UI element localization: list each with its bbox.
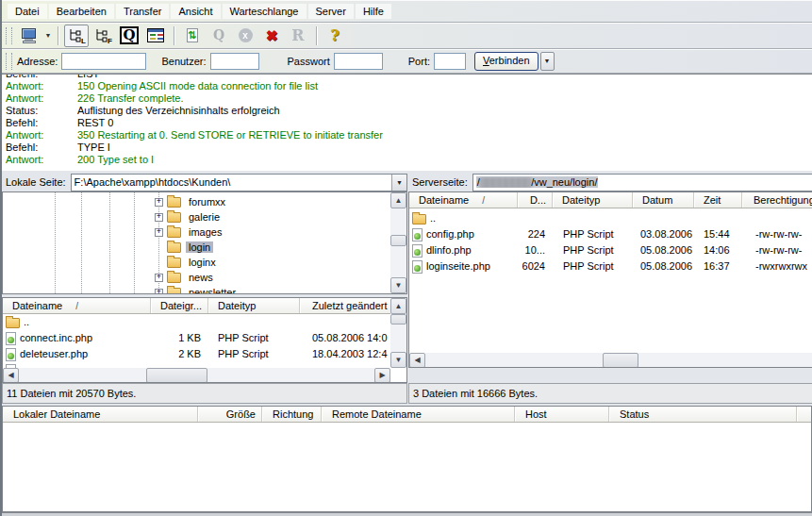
scroll-down-icon[interactable]: ▼ (390, 352, 406, 368)
toggle-remote-tree-button[interactable]: F (91, 25, 115, 47)
menu-hilfe[interactable]: Hilfe (356, 4, 391, 19)
column-header-zeit[interactable]: Zeit (694, 192, 742, 208)
log-line: Status:Auflistung des Verzeichnisinhalts… (6, 105, 812, 117)
refresh-button[interactable]: ⇅ (180, 25, 205, 47)
folder-icon (167, 273, 181, 283)
menu-datei[interactable]: Datei (8, 4, 47, 19)
menu-ansicht[interactable]: Ansicht (171, 4, 220, 19)
tree-item-login[interactable]: login (3, 240, 390, 255)
toolbar-separator (58, 26, 58, 45)
toolbar-grip[interactable] (6, 27, 12, 44)
reconnect-icon: R (291, 26, 304, 44)
port-input[interactable] (434, 53, 466, 70)
column-header-dateityp[interactable]: Dateityp (553, 192, 633, 208)
tree-item-images[interactable]: images (3, 225, 390, 240)
column-header-lokaler-dateiname[interactable]: Lokaler Dateiname (3, 407, 198, 422)
expand-icon[interactable] (155, 274, 163, 282)
remote-status-bar: 3 Dateien mit 16666 Bytes. (408, 383, 812, 404)
scroll-right-icon[interactable]: ▶ (374, 368, 390, 383)
file-row-config-php[interactable]: config.php 224 PHP Script 03.08.2006 15:… (409, 226, 812, 242)
toolbar: ▼ L F Q ⇅ Q x ✖ (0, 23, 812, 49)
column-header-richtung[interactable]: Richtung (262, 407, 322, 422)
connect-dropdown-icon[interactable]: ▼ (540, 52, 555, 71)
local-path-combobox[interactable]: F:\Apache\xampp\htdocs\Kunden\ ▼ (71, 174, 407, 191)
selected-tree-item: login (186, 241, 213, 253)
user-input[interactable] (210, 53, 259, 70)
scrollbar-thumb[interactable] (146, 368, 207, 383)
column-header-remote-dateiname[interactable]: Remote Dateiname (322, 407, 515, 422)
message-log[interactable]: Befehl:LIST Antwort:150 Opening ASCII mo… (2, 74, 812, 171)
column-header-dateiname[interactable]: Dateiname/ (3, 298, 151, 313)
remote-list-horizontal-scrollbar[interactable]: ◀ (409, 353, 812, 368)
local-path-dropdown-icon[interactable]: ▼ (391, 175, 406, 191)
folder-icon (167, 212, 181, 223)
column-header-dateigroesse[interactable]: D... (518, 192, 553, 208)
column-header-host[interactable]: Host (515, 407, 609, 422)
local-list-vertical-scrollbar[interactable]: ▲ ▼ (390, 298, 406, 368)
tree-item-forumxx[interactable]: forumxx (3, 194, 390, 209)
expand-icon[interactable] (155, 198, 163, 207)
help-button[interactable]: ? (323, 25, 347, 47)
tree-item-news[interactable]: news (3, 270, 390, 285)
local-panel: Lokale Seite: F:\Apache\xampp\htdocs\Kun… (2, 173, 407, 404)
scroll-up-icon[interactable]: ▲ (390, 192, 406, 208)
scrollbar-thumb[interactable] (390, 235, 406, 246)
expand-icon[interactable] (155, 213, 163, 222)
column-header-groesse[interactable]: Größe (198, 407, 262, 422)
remote-file-list[interactable]: Dateiname/ D... Dateityp Datum Zeit Bere… (408, 191, 812, 368)
tree-vertical-scrollbar[interactable]: ▲ ▼ (390, 192, 406, 293)
refresh-icon: ⇅ (187, 28, 198, 42)
password-input[interactable] (334, 53, 383, 70)
sort-asc-icon: / (482, 195, 485, 206)
tree-item-newsletter[interactable]: newsletter (3, 285, 390, 294)
file-row-loginseite-php[interactable]: loginseite.php 6024 PHP Script 05.08.200… (409, 258, 812, 275)
help-icon: ? (330, 26, 339, 44)
file-row-parent-dir[interactable]: .. (409, 210, 812, 226)
column-header-status[interactable]: Status (609, 407, 797, 422)
toggle-detail-view-button[interactable] (143, 25, 168, 47)
toggle-queue-button[interactable]: Q (117, 25, 141, 47)
menu-transfer[interactable]: Transfer (116, 4, 170, 19)
file-row-deleteuser-php[interactable]: deleteuser.php 2 KB PHP Script 18.04.200… (3, 346, 390, 362)
local-list-horizontal-scrollbar[interactable]: ◀ ▶ (3, 368, 390, 383)
server-site-label: Serverseite: (412, 176, 468, 188)
menu-server[interactable]: Server (308, 4, 354, 19)
disconnect-button[interactable]: ✖ (259, 25, 284, 47)
expand-icon[interactable] (155, 228, 163, 237)
queue-icon: Q (120, 26, 138, 44)
local-file-list[interactable]: Dateiname/ Dateigr... Dateityp Zuletzt g… (2, 297, 407, 383)
menu-warteschlange[interactable]: Warteschlange (223, 4, 307, 19)
scroll-up-icon[interactable]: ▲ (390, 298, 406, 314)
menu-bar: Datei Bearbeiten Transfer Ansicht Wartes… (0, 0, 812, 23)
file-row-parent-dir[interactable]: .. (3, 314, 390, 330)
column-header-dateityp[interactable]: Dateityp (208, 298, 300, 313)
toggle-local-tree-button[interactable]: L (64, 25, 89, 47)
site-manager-caret-icon[interactable]: ▼ (43, 25, 53, 47)
window-bottom-edge (0, 512, 812, 516)
tree-item-loginx[interactable]: loginx (3, 255, 390, 270)
log-line: Befehl:TYPE I (6, 141, 812, 154)
scroll-left-icon[interactable]: ◀ (409, 353, 425, 368)
column-header-berechtigung[interactable]: Berechtigung (742, 192, 812, 208)
tree-item-galerie[interactable]: galerie (3, 209, 390, 225)
scroll-down-icon[interactable]: ▼ (390, 277, 406, 293)
column-header-dateiname[interactable]: Dateiname/ (409, 192, 518, 208)
scrollbar-thumb[interactable] (603, 353, 638, 368)
transfer-queue[interactable]: Lokaler Dateiname Größe Richtung Remote … (2, 406, 812, 512)
window-left-border (0, 0, 2, 516)
cancel-button: x (233, 25, 257, 47)
connect-button[interactable]: Verbinden (474, 52, 539, 71)
local-directory-tree[interactable]: forumxx galerie images login loginx news… (2, 191, 407, 294)
column-header-dateigroesse[interactable]: Dateigr... (151, 298, 208, 313)
remote-path-combobox[interactable]: /▒▒▒▒▒▒▒▒/vw_neu/login/ (472, 174, 812, 191)
local-path-value: F:\Apache\xampp\htdocs\Kunden\ (72, 176, 391, 188)
scroll-left-icon[interactable]: ◀ (3, 368, 19, 383)
file-row-dlinfo-php[interactable]: dlinfo.php 10... PHP Script 05.08.2006 1… (409, 242, 812, 258)
column-header-datum[interactable]: Datum (633, 192, 694, 208)
scrollbar-thumb[interactable] (390, 314, 406, 325)
menu-bearbeiten[interactable]: Bearbeiten (49, 4, 114, 19)
quickconnect-grip[interactable] (6, 53, 12, 70)
address-input[interactable] (61, 53, 146, 70)
site-manager-button[interactable] (18, 25, 42, 47)
file-row-connect-inc-php[interactable]: connect.inc.php 1 KB PHP Script 05.08.20… (3, 330, 390, 346)
